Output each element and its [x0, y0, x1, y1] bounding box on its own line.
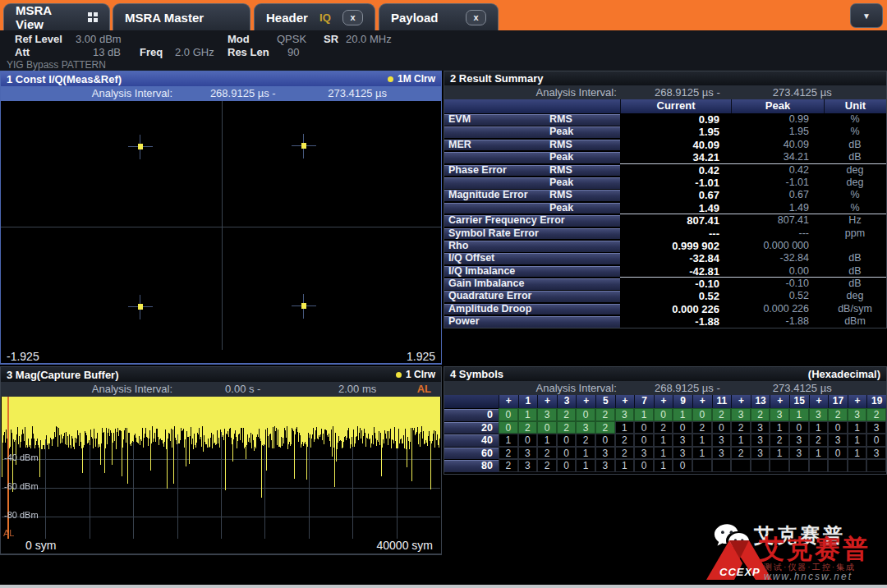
window1-title-bar[interactable]: 1 Const I/Q(Meas&Ref) 1M Clrw — [1, 71, 441, 86]
result-row-label: Phase ErrorRMS — [444, 165, 620, 177]
result-name — [444, 202, 448, 214]
symbols-column-header: + — [654, 395, 673, 408]
result-row-label: MERRMS — [444, 140, 620, 151]
axis-line-horizontal — [1, 227, 441, 227]
trace-legend: 1 Clrw — [396, 369, 435, 380]
close-icon[interactable]: x — [466, 10, 486, 25]
result-row: MERRMS40.0940.09dB — [444, 139, 886, 151]
symbol-cell: 2 — [595, 421, 615, 434]
close-icon[interactable]: x — [342, 10, 363, 25]
result-values: -1.88-1.88dBm — [620, 315, 886, 328]
tab-payload[interactable]: Payload x — [379, 3, 499, 30]
result-name: Magnitude Error — [444, 189, 528, 200]
symbol-cell: 2 — [518, 421, 538, 434]
result-row: Carrier Frequency Error807.41807.41Hz — [444, 214, 886, 227]
symbol-cell: 2 — [712, 408, 732, 421]
res-len-label[interactable]: Res Len — [227, 46, 269, 58]
result-peak-value: 0.99 — [731, 113, 824, 126]
unit-column-header: Unit — [824, 99, 886, 113]
result-peak-value: --- — [731, 227, 824, 240]
ref-level-value: 3.00 dBm — [76, 33, 122, 45]
constellation-point — [128, 135, 153, 159]
symbols-row-label: 40 — [444, 434, 499, 447]
result-unit: % — [824, 202, 886, 214]
result-sublabel: Peak — [549, 203, 573, 214]
symbols-row-label: 80 — [444, 459, 499, 472]
analysis-interval-label: Analysis Interval: — [498, 85, 617, 99]
symbol-cell: 2 — [615, 434, 635, 447]
result-current-value: 1.95 — [620, 126, 731, 138]
symbol-cell: 2 — [731, 447, 751, 460]
point-dot — [138, 304, 143, 310]
tab-msra-master[interactable]: MSRA Master — [113, 3, 250, 30]
analysis-interval-from: 268.9125 µs - — [639, 85, 736, 99]
tab-msra-view[interactable]: MSRA View — [3, 3, 110, 30]
symbols-column-header: + — [770, 395, 789, 408]
symbols-column-header: 15 — [789, 395, 809, 408]
constellation-x-axis: -1.925 1.925 — [1, 350, 441, 364]
result-unit: dB — [824, 265, 886, 277]
result-row-label: Rho — [444, 241, 620, 252]
sr-label[interactable]: SR — [324, 33, 338, 45]
result-values: 0.670.67% — [620, 189, 886, 201]
peak-column-header: Peak — [731, 99, 824, 113]
result-name: Amplitude Droop — [444, 303, 531, 315]
mod-label[interactable]: Mod — [227, 33, 250, 45]
result-values: ------ppm — [620, 227, 886, 240]
result-unit: dB — [824, 151, 886, 163]
result-values: 807.41807.41Hz — [620, 214, 886, 227]
y-tick-label: -60 dBm — [4, 481, 39, 491]
chevron-down-icon[interactable]: ▼ — [850, 3, 883, 28]
result-row-label: I/Q Offset — [444, 253, 620, 264]
analysis-interval-label: Analysis Interval: — [53, 86, 172, 101]
window4-title-bar[interactable]: 4 Symbols (Hexadecimal) — [444, 367, 886, 381]
trace-dot-icon — [396, 372, 402, 378]
result-unit: deg — [824, 164, 886, 177]
freq-label[interactable]: Freq — [140, 46, 163, 58]
symbol-cell: 3 — [537, 408, 557, 421]
symbols-column-header: 1 — [518, 395, 538, 408]
symbols-column-header: + — [615, 395, 635, 408]
symbol-cell: 1 — [848, 434, 867, 447]
result-peak-value: 1.49 — [731, 202, 824, 214]
constellation-point — [292, 294, 316, 319]
symbol-cell: 3 — [751, 447, 770, 460]
symbol-cell: 1 — [809, 421, 829, 434]
result-row-label: Carrier Frequency Error — [444, 215, 620, 227]
layout-grid-icon[interactable] — [88, 12, 98, 22]
symbol-cell: 2 — [557, 421, 577, 434]
result-values: -42.810.00dB — [620, 265, 886, 278]
result-values: -0.10-0.10dB — [620, 278, 886, 290]
result-current-value: 0.999 902 — [620, 240, 731, 252]
result-values: 0.420.42deg — [620, 164, 886, 177]
tab-header[interactable]: Header IQ x — [254, 3, 375, 30]
tab-msra-master-label: MSRA Master — [125, 11, 204, 25]
x-end-label: 40000 sym — [377, 539, 433, 552]
result-current-value: 0.000 226 — [620, 303, 731, 315]
symbol-cell: 1 — [576, 459, 595, 472]
watermark: CCEXP 艾克赛普 艾克赛普 测试·仪器·工控·集成 www.hncsw.ne… — [706, 522, 884, 581]
symbol-cell: 3 — [731, 408, 751, 421]
window1-title: 1 Const I/Q(Meas&Ref) — [7, 73, 122, 85]
result-unit: dBm — [824, 315, 886, 328]
symbol-cell: 1 — [499, 434, 518, 447]
symbol-cell: 3 — [809, 408, 829, 421]
symbols-column-header: 19 — [866, 395, 886, 408]
symbol-cell: 0 — [557, 459, 577, 472]
ref-level-label[interactable]: Ref Level — [15, 33, 62, 45]
window3-title-bar[interactable]: 3 Mag(Capture Buffer) 1 Clrw — [1, 367, 441, 382]
window2-title-bar[interactable]: 2 Result Summary — [444, 71, 886, 85]
result-peak-value: -0.10 — [731, 278, 824, 290]
symbol-cell: 0 — [576, 408, 595, 421]
window-mag-capture: 3 Mag(Capture Buffer) 1 Clrw Analysis In… — [0, 366, 442, 555]
window-symbols: 4 Symbols (Hexadecimal) Analysis Interva… — [444, 366, 887, 475]
symbol-cell: 0 — [692, 408, 712, 421]
result-row: Gain Imbalance-0.10-0.10dB — [444, 278, 886, 290]
symbol-cell — [828, 459, 848, 472]
symbol-cell — [712, 459, 732, 472]
symbols-column-header: 13 — [751, 395, 770, 408]
result-row: I/Q Imbalance-42.810.00dB — [444, 265, 886, 278]
att-label[interactable]: Att — [15, 46, 30, 58]
result-summary-header: Current Peak Unit — [444, 99, 886, 113]
window4-title: 4 Symbols — [450, 368, 503, 380]
